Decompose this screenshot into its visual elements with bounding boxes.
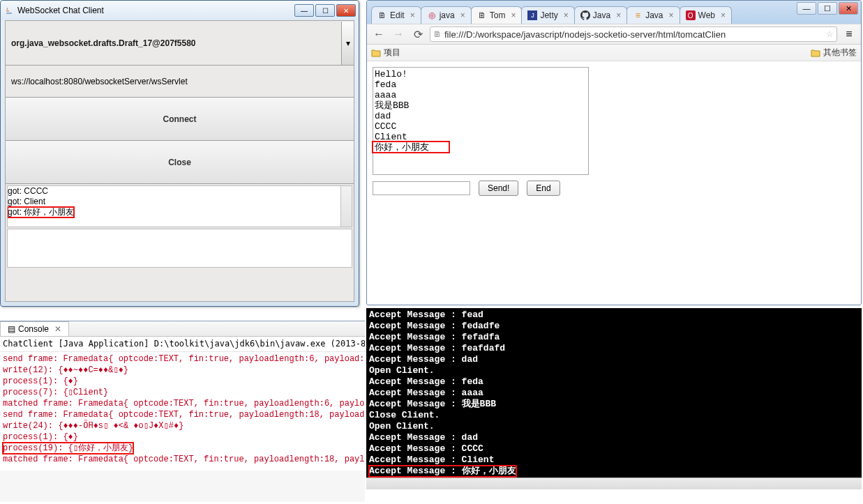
minimize-button[interactable]: — xyxy=(797,2,816,15)
chrome-window: 🗎 Edit × ◎ java × 🗎 Tom × J Jetty xyxy=(366,0,862,305)
console-line: process(1): {♦} xyxy=(3,432,362,443)
log-line-highlight: got: 你好，小朋友 xyxy=(8,207,74,217)
textarea-line: dad xyxy=(375,111,587,121)
file-icon: 🗎 xyxy=(377,10,387,20)
message-input[interactable] xyxy=(7,229,352,268)
chrome-toolbar: ← → ⟳ 🗎 file:///D:/workspace/javascript/… xyxy=(367,24,861,45)
browser-tab[interactable]: 🗎 Edit × xyxy=(371,6,421,24)
opera-icon: ◎ xyxy=(427,10,437,20)
log-textarea[interactable]: got: CCCC got: Client got: 你好，小朋友 xyxy=(7,185,352,227)
end-button[interactable]: End xyxy=(527,181,560,196)
term-line: Accept Message : fedadfe xyxy=(369,321,859,332)
browser-tab[interactable]: ◎ java × xyxy=(421,6,472,24)
console-tab[interactable]: ▤ Console ✕ xyxy=(0,321,69,336)
close-button[interactable]: ✕ xyxy=(336,4,356,17)
tab-label: Jetty xyxy=(540,10,557,20)
file-icon: 🗎 xyxy=(477,10,487,20)
tab-label: Java xyxy=(645,10,663,20)
term-line: Accept Message : Client xyxy=(369,455,859,466)
back-button[interactable]: ← xyxy=(371,26,387,42)
tab-label: Web xyxy=(698,10,715,20)
console-line: send frame: Framedata{ optcode:TEXT, fin… xyxy=(3,409,362,420)
chevron-down-icon[interactable]: ▾ xyxy=(341,22,354,65)
browser-tab[interactable]: J Jetty × xyxy=(521,6,574,24)
ws-url-value: ws://localhost:8080/websocketServer/wsSe… xyxy=(11,77,188,86)
stack-icon: ≡ xyxy=(633,10,643,20)
right-column: 🗎 Edit × ◎ java × 🗎 Tom × J Jetty xyxy=(366,0,863,504)
bookmark-label: 其他书签 xyxy=(823,47,857,59)
term-line: Close Client. xyxy=(369,410,859,421)
console-output[interactable]: send frame: Framedata{ optcode:TEXT, fin… xyxy=(0,352,365,471)
textarea-line: 我是BBB xyxy=(375,100,587,111)
textarea-line: feda xyxy=(375,79,587,90)
close-icon[interactable]: × xyxy=(460,10,465,20)
close-icon[interactable]: × xyxy=(669,10,674,20)
browser-tab[interactable]: O Web × xyxy=(680,6,732,24)
close-icon[interactable]: × xyxy=(616,10,621,20)
textarea-line: aaaa xyxy=(375,90,587,100)
close-conn-button[interactable]: Close xyxy=(6,141,354,184)
console-line: write(24): {♦♦♦-Ö̈H♦s▯ ♦<& ♦o▯J♦X▯#♦} xyxy=(3,420,362,432)
left-column: WebSocket Chat Client — ☐ ✕ org.java_web… xyxy=(0,0,366,504)
scrollbar-horizontal[interactable] xyxy=(366,478,862,489)
star-icon[interactable]: ☆ xyxy=(823,29,836,39)
tab-label: Edit xyxy=(390,10,405,20)
browser-tab[interactable]: ≡ Java × xyxy=(626,6,680,24)
bookmarks-bar: 项目 其他书签 xyxy=(367,45,861,61)
term-line: Accept Message : fefadfa xyxy=(369,332,859,343)
console-icon: ▤ xyxy=(8,324,15,334)
minimize-button[interactable]: — xyxy=(294,4,314,17)
close-icon[interactable]: ✕ xyxy=(54,324,61,334)
close-icon[interactable]: × xyxy=(721,10,726,20)
reload-button[interactable]: ⟳ xyxy=(410,26,426,42)
console-line: matched frame: Framedata{ optcode:TEXT, … xyxy=(3,398,362,409)
connect-button[interactable]: Connect xyxy=(6,98,354,141)
ws-url-field[interactable]: ws://localhost:8080/websocketServer/wsSe… xyxy=(6,66,354,98)
tab-label: java xyxy=(440,10,455,20)
tab-label: Tom xyxy=(490,10,506,20)
address-bar[interactable]: 🗎 file:///D:/workspace/javascript/nodejs… xyxy=(430,26,837,42)
console-line-highlight: process(19): {▯你好，小朋友} xyxy=(3,443,133,454)
chat-textarea[interactable]: Hello! feda aaaa 我是BBB dad CCCC Client 你… xyxy=(373,67,589,175)
textarea-line: CCCC xyxy=(375,121,587,132)
term-line: Accept Message : fead xyxy=(369,310,859,321)
term-line: Accept Message : dad xyxy=(369,354,859,365)
java-app-icon xyxy=(3,5,15,16)
page-content: Hello! feda aaaa 我是BBB dad CCCC Client 你… xyxy=(367,61,861,201)
file-icon: 🗎 xyxy=(430,29,444,39)
maximize-button[interactable]: ☐ xyxy=(315,4,335,17)
draft-dropdown[interactable]: org.java_websocket.drafts.Draft_17@207f5… xyxy=(6,21,354,66)
close-icon[interactable]: × xyxy=(511,10,516,20)
bookmark-folder-other[interactable]: 其他书签 xyxy=(811,47,857,59)
log-line: got: CCCC xyxy=(8,186,352,197)
close-icon[interactable]: × xyxy=(410,10,415,20)
message-input[interactable] xyxy=(373,181,470,195)
term-line-highlight: Accept Message : 你好，小朋友 xyxy=(369,466,516,477)
browser-tab[interactable]: Java × xyxy=(574,6,627,24)
server-terminal[interactable]: Accept Message : fead Accept Message : f… xyxy=(366,308,862,489)
term-line: Accept Message : feafdafd xyxy=(369,343,859,354)
address-text: file:///D:/workspace/javascript/nodejs-s… xyxy=(444,29,823,40)
chrome-tabstrip: 🗎 Edit × ◎ java × 🗎 Tom × J Jetty xyxy=(367,1,861,24)
term-line: Open Client. xyxy=(369,421,859,432)
close-button[interactable]: ✕ xyxy=(839,2,858,15)
java-window-title: WebSocket Chat Client xyxy=(15,6,294,15)
highlight-box xyxy=(372,141,450,153)
maximize-button[interactable]: ☐ xyxy=(818,2,837,15)
close-icon[interactable]: × xyxy=(564,10,569,20)
console-header: ChatClient [Java Application] D:\toolkit… xyxy=(0,337,365,352)
github-icon xyxy=(580,10,590,20)
forward-button[interactable]: → xyxy=(391,26,406,42)
textarea-line: Hello! xyxy=(375,69,587,79)
scrollbar-vertical[interactable] xyxy=(340,186,352,227)
opera-icon: O xyxy=(686,10,696,20)
term-line: Accept Message : 我是BBB xyxy=(369,399,859,410)
console-tab-label: Console xyxy=(18,324,49,334)
java-chat-window: WebSocket Chat Client — ☐ ✕ org.java_web… xyxy=(0,0,359,307)
browser-tab-active[interactable]: 🗎 Tom × xyxy=(471,6,523,24)
bookmark-folder[interactable]: 项目 xyxy=(371,47,400,59)
menu-icon[interactable]: ≡ xyxy=(841,26,857,42)
java-titlebar[interactable]: WebSocket Chat Client — ☐ ✕ xyxy=(1,1,359,20)
term-line: Open Client. xyxy=(369,365,859,376)
send-button[interactable]: Send! xyxy=(479,181,518,196)
